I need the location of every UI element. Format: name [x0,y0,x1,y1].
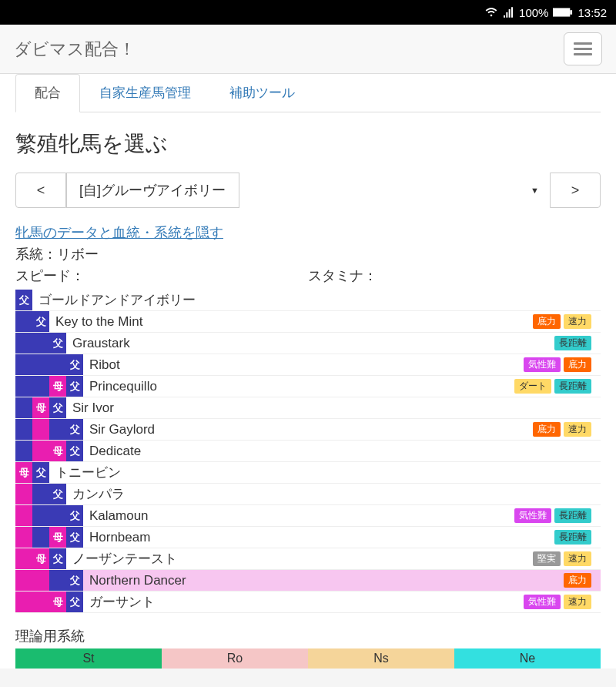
pedigree-row: 母父Sir Ivor [15,397,601,419]
dam-cell [32,419,49,440]
sire-cell [15,311,32,332]
trait-badge: 長距離 [554,379,591,394]
sire-cell [49,354,66,375]
trait-badge: 底力 [533,314,561,329]
speed-label: スピード： [15,266,308,285]
menu-button[interactable] [564,32,602,65]
sire-cell [49,419,66,440]
next-mare-button[interactable]: > [550,173,601,208]
pedigree-row: 母父ガーサント気性難速力 [15,591,601,613]
svg-rect-0 [553,8,570,16]
traits: 気性難長距離 [514,508,594,523]
horse-name[interactable]: Northern Dancer底力 [83,570,601,591]
horse-name[interactable]: トニービン [49,462,601,483]
tab-自家生産馬管理[interactable]: 自家生産馬管理 [80,74,210,112]
lineage-text: 系統：リボー [15,245,601,263]
theory-row: StRoNsNe [15,648,601,669]
pedigree-row: 母父トニービン [15,462,601,484]
traits: 底力 [564,573,594,588]
trait-badge: 長距離 [554,336,591,350]
signal-icon [502,6,514,18]
sire-cell: 父 [66,570,83,591]
sire-cell [15,376,32,397]
sire-cell [32,527,49,548]
horse-name[interactable]: Hornbeam長距離 [83,527,601,548]
dam-cell [32,591,49,612]
sire-cell: 父 [49,484,66,504]
trait-badge: 気性難 [524,357,561,372]
horse-name[interactable]: カンパラ [66,484,601,504]
traits: 底力速力 [533,314,594,329]
sire-cell: 父 [49,548,66,569]
sire-cell: 父 [66,591,83,612]
sire-cell [32,484,49,504]
pedigree-table: 父ゴールドアンドアイボリー父Key to the Mint底力速力父Graust… [15,290,601,613]
sire-cell: 父 [66,527,83,548]
dam-cell [15,527,32,548]
dam-cell: 母 [32,548,49,569]
stat-row: スピード： スタミナ： [15,266,601,285]
traits: 堅実速力 [533,551,594,566]
horse-name[interactable]: Dedicate [83,441,601,461]
sire-cell: 父 [49,333,66,354]
pedigree-row: 父カンパラ [15,484,601,505]
battery-text: 100% [519,6,548,19]
horse-name[interactable]: Sir Gaylord底力速力 [83,419,601,440]
dam-cell: 母 [49,527,66,548]
sire-cell [15,333,32,354]
horse-name[interactable]: Sir Ivor [66,397,601,418]
horse-name[interactable]: Key to the Mint底力速力 [49,311,601,332]
dam-cell [32,570,49,591]
horse-name[interactable]: ゴールドアンドアイボリー [32,290,601,310]
traits: 長距離 [554,530,594,545]
wifi-icon [485,6,497,18]
sire-cell [32,354,49,375]
app-title[interactable]: ダビマス配合！ [14,38,136,61]
sire-cell [15,397,32,418]
theory-title: 理論用系統 [15,627,601,645]
sire-cell: 父 [66,441,83,461]
trait-badge: 速力 [564,422,591,437]
pedigree-row: 母父Princequilloダート長距離 [15,376,601,397]
sire-cell: 父 [15,290,32,310]
dam-cell: 母 [15,462,32,483]
dam-cell [15,591,32,612]
toggle-pedigree-link[interactable]: 牝馬のデータと血統・系統を隠す [15,225,223,240]
horse-name[interactable]: Kalamoun気性難長距離 [83,505,601,526]
pedigree-row: 父Ribot気性難底力 [15,354,601,376]
traits: ダート長距離 [514,379,594,394]
pedigree-row: 母父ノーザンテースト堅実速力 [15,548,601,570]
horse-name[interactable]: Ribot気性難底力 [83,354,601,375]
dam-cell: 母 [49,376,66,397]
tab-補助ツール[interactable]: 補助ツール [210,74,314,112]
mare-select[interactable]: [自]グルーヴアイボリー [66,173,239,208]
dam-cell: 母 [32,397,49,418]
sire-cell [49,570,66,591]
tab-配合[interactable]: 配合 [15,74,80,112]
pedigree-row: 父Sir Gaylord底力速力 [15,419,601,441]
dam-cell: 母 [49,591,66,612]
trait-badge: ダート [514,379,551,394]
sire-cell: 父 [66,505,83,526]
svg-rect-1 [571,10,573,15]
tabs: 配合自家生産馬管理補助ツール [15,74,601,112]
sire-cell [15,441,32,461]
sire-cell [49,505,66,526]
theory-cell-Ns: Ns [308,648,454,669]
battery-icon [553,7,573,18]
theory-cell-Ro: Ro [162,648,308,669]
sire-cell [32,376,49,397]
horse-name[interactable]: ガーサント気性難速力 [83,591,601,612]
sire-cell: 父 [66,419,83,440]
theory-cell-St: St [15,648,162,669]
sire-cell: 父 [66,376,83,397]
dam-cell [15,570,32,591]
mare-selector-row: < [自]グルーヴアイボリー > [15,173,601,208]
horse-name[interactable]: ノーザンテースト堅実速力 [66,548,601,569]
trait-badge: 長距離 [554,508,591,523]
trait-badge: 気性難 [514,508,551,523]
horse-name[interactable]: Graustark長距離 [66,333,601,354]
prev-mare-button[interactable]: < [15,173,66,208]
horse-name[interactable]: Princequilloダート長距離 [83,376,601,397]
sire-cell: 父 [66,354,83,375]
